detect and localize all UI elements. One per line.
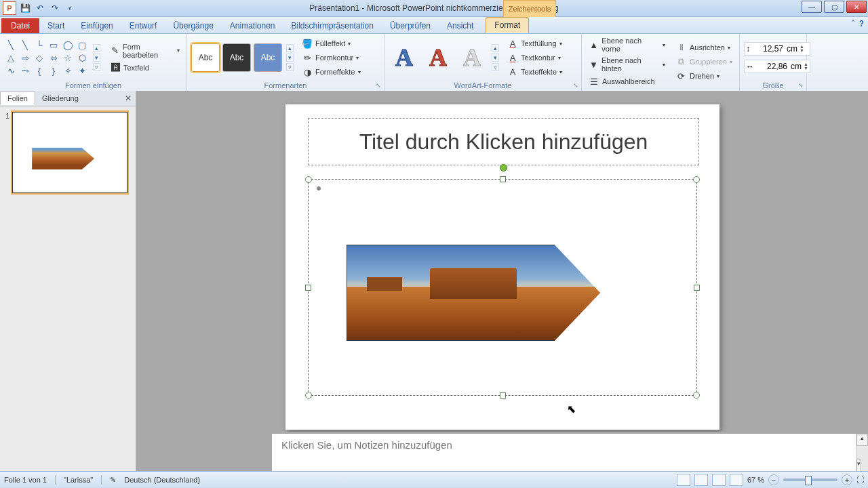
notes-pane[interactable]: Klicken Sie, um Notizen hinzuzufügen ▴ ▾ bbox=[272, 432, 868, 472]
spin-down-icon[interactable]: ▼ bbox=[804, 66, 808, 70]
normal-view-button[interactable] bbox=[677, 474, 690, 486]
zoom-level[interactable]: 67 % bbox=[747, 476, 764, 484]
bring-forward-button[interactable]: ▲Ebene nach vorne ▾ bbox=[586, 35, 668, 54]
tab-insert[interactable]: Einfügen bbox=[73, 18, 121, 33]
star-icon[interactable]: ☆ bbox=[61, 52, 75, 64]
close-button[interactable]: ✕ bbox=[846, 1, 867, 13]
tab-outline[interactable]: Gliederung bbox=[35, 92, 85, 104]
selection-pane-button[interactable]: ☰Auswahlbereich bbox=[586, 75, 668, 88]
gallery-more-icon[interactable]: ▿ bbox=[286, 63, 294, 71]
spellcheck-icon[interactable]: ✎ bbox=[110, 476, 116, 485]
maximize-button[interactable]: ▢ bbox=[824, 1, 844, 13]
width-field[interactable]: ↔cm▲▼ bbox=[744, 60, 810, 73]
shape-style-swatch[interactable]: Abc bbox=[222, 43, 251, 72]
tab-start[interactable]: Start bbox=[39, 18, 73, 33]
selection-handle[interactable] bbox=[693, 392, 700, 399]
undo-icon[interactable]: ↶ bbox=[34, 2, 46, 14]
fit-window-button[interactable]: ⛶ bbox=[856, 476, 864, 484]
tab-slideshow[interactable]: Bildschirmpräsentation bbox=[283, 18, 382, 33]
rotate-button[interactable]: ⟳Drehen ▾ bbox=[673, 69, 735, 83]
shape-fill-button[interactable]: 🪣Fülleffekt ▾ bbox=[299, 37, 363, 50]
minimize-button[interactable]: — bbox=[802, 1, 822, 13]
gallery-down-icon[interactable]: ▾ bbox=[492, 54, 499, 62]
title-placeholder[interactable]: Titel durch Klicken hinzufügen bbox=[308, 118, 699, 165]
shapes-gallery[interactable]: ╲ ╲ └ ▭ ◯ ▢ △ ⇨ ◇ ⬄ ☆ ⬡ ∿ ⤳ { } ✧ ✦ bbox=[4, 39, 89, 77]
selection-handle[interactable] bbox=[500, 392, 506, 399]
qat-more-icon[interactable]: ▾ bbox=[64, 2, 76, 14]
line-icon[interactable]: ╲ bbox=[18, 39, 32, 51]
arrow-icon[interactable]: ⇨ bbox=[18, 52, 32, 64]
gallery-up-icon[interactable]: ▴ bbox=[492, 44, 499, 52]
help-icon[interactable]: ? bbox=[859, 19, 864, 28]
wordart-style[interactable]: A bbox=[389, 42, 420, 73]
rotation-handle[interactable] bbox=[500, 164, 507, 171]
roundrect-icon[interactable]: ▢ bbox=[75, 39, 89, 51]
minimize-ribbon-icon[interactable]: ˄ bbox=[851, 19, 855, 28]
scroll-up-icon[interactable]: ▴ bbox=[856, 434, 868, 446]
zoom-thumb[interactable] bbox=[805, 476, 812, 485]
send-backward-button[interactable]: ▼Ebene nach hinten ▾ bbox=[586, 55, 668, 74]
textbox-button[interactable]: 🅰Textfeld bbox=[107, 61, 182, 75]
tab-file[interactable]: Datei bbox=[1, 18, 39, 33]
dialog-launcher-icon[interactable]: ⤡ bbox=[376, 82, 381, 89]
hex-icon[interactable]: ⬡ bbox=[75, 52, 89, 64]
tab-format[interactable]: Format bbox=[486, 17, 529, 33]
spin-down-icon[interactable]: ▼ bbox=[800, 49, 804, 53]
shape-style-swatch[interactable]: Abc bbox=[191, 43, 220, 72]
zoom-out-button[interactable]: − bbox=[768, 474, 779, 485]
selection-handle[interactable] bbox=[305, 285, 311, 291]
close-panel-icon[interactable]: ✕ bbox=[121, 94, 136, 103]
dialog-launcher-icon[interactable]: ⤡ bbox=[798, 82, 804, 89]
diamond-icon[interactable]: ◇ bbox=[33, 52, 46, 64]
align-button[interactable]: ⫴Ausrichten ▾ bbox=[673, 41, 735, 54]
curve-icon[interactable]: ⤳ bbox=[18, 64, 32, 77]
scroll-down-icon[interactable]: ▾ bbox=[856, 460, 861, 472]
selection-handle[interactable] bbox=[305, 176, 312, 183]
text-outline-button[interactable]: ATextkontur ▾ bbox=[505, 51, 565, 64]
zoom-slider[interactable] bbox=[783, 479, 837, 481]
wordart-style[interactable]: A bbox=[422, 42, 454, 73]
gallery-down-icon[interactable]: ▾ bbox=[93, 54, 100, 62]
width-input[interactable] bbox=[756, 61, 789, 72]
status-language[interactable]: Deutsch (Deutschland) bbox=[124, 476, 200, 484]
save-icon[interactable]: 💾 bbox=[19, 2, 31, 14]
curve-icon[interactable]: ∿ bbox=[4, 64, 18, 77]
gallery-down-icon[interactable]: ▾ bbox=[286, 54, 294, 62]
arrow-icon[interactable]: ⬄ bbox=[47, 52, 60, 64]
edit-shape-button[interactable]: ✎Form bearbeiten ▾ bbox=[107, 41, 182, 60]
slide-canvas[interactable]: Titel durch Klicken hinzufügen bbox=[285, 104, 719, 430]
picture-shape[interactable] bbox=[347, 245, 600, 341]
triangle-icon[interactable]: △ bbox=[4, 52, 18, 64]
content-placeholder[interactable] bbox=[308, 179, 697, 396]
height-field[interactable]: ↕cm▲▼ bbox=[744, 42, 810, 56]
oval-icon[interactable]: ◯ bbox=[61, 39, 75, 51]
selection-handle[interactable] bbox=[694, 285, 700, 291]
slide-thumbnail[interactable] bbox=[12, 112, 127, 193]
dialog-launcher-icon[interactable]: ⤡ bbox=[573, 82, 578, 89]
gallery-up-icon[interactable]: ▴ bbox=[286, 44, 294, 52]
selection-handle[interactable] bbox=[693, 176, 700, 183]
selection-handle[interactable] bbox=[305, 392, 312, 399]
tab-slides[interactable]: Folien bbox=[0, 92, 35, 105]
gallery-up-icon[interactable]: ▴ bbox=[93, 44, 100, 52]
callout-icon[interactable]: ✧ bbox=[61, 64, 75, 77]
brace-icon[interactable]: } bbox=[47, 64, 60, 77]
height-input[interactable] bbox=[752, 43, 785, 54]
tab-review[interactable]: Überprüfen bbox=[382, 18, 439, 33]
line-icon[interactable]: ╲ bbox=[4, 39, 18, 51]
text-effects-button[interactable]: ATexteffekte ▾ bbox=[505, 65, 565, 79]
tab-transitions[interactable]: Übergänge bbox=[165, 18, 221, 33]
gallery-more-icon[interactable]: ▿ bbox=[492, 63, 499, 71]
rect-icon[interactable]: ▭ bbox=[47, 39, 60, 51]
shape-style-swatch[interactable]: Abc bbox=[254, 43, 282, 72]
callout-icon[interactable]: ✦ bbox=[75, 64, 89, 77]
slideshow-view-button[interactable] bbox=[730, 474, 743, 486]
tab-animations[interactable]: Animationen bbox=[222, 18, 283, 33]
connector-icon[interactable]: └ bbox=[33, 39, 46, 51]
gallery-more-icon[interactable]: ▿ bbox=[93, 63, 100, 71]
notes-scrollbar[interactable]: ▴ ▾ bbox=[856, 434, 868, 472]
tab-design[interactable]: Entwurf bbox=[121, 18, 165, 33]
tab-view[interactable]: Ansicht bbox=[439, 18, 481, 33]
shape-outline-button[interactable]: ✏Formkontur ▾ bbox=[299, 51, 363, 64]
slide-editor[interactable]: Titel durch Klicken hinzufügen ⬉ Klicken bbox=[136, 91, 868, 472]
